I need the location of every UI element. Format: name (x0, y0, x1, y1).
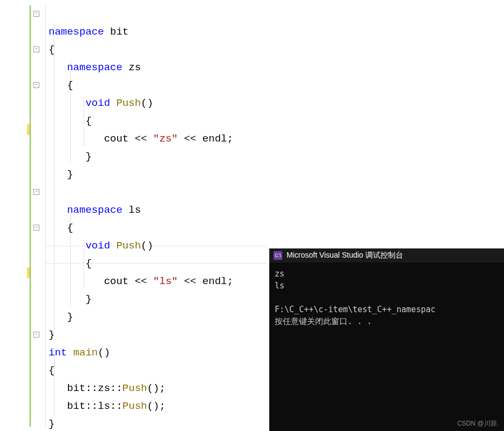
console-title-text: Microsoft Visual Studio 调试控制台 (287, 251, 403, 260)
string-literal: "ls" (153, 275, 178, 287)
console-output: zs ls F:\C_C++\c-item\test_C++_namespac … (269, 262, 504, 333)
keyword: void (85, 240, 110, 252)
vs-icon: C:\ (274, 251, 282, 260)
function-name: Push (116, 97, 141, 109)
brace: } (49, 418, 55, 430)
function-name: main (73, 347, 98, 359)
watermark: CSDN @川辞. (457, 419, 499, 428)
brace: { (85, 115, 91, 127)
identifier: ls (128, 204, 141, 216)
identifier: bit (110, 26, 128, 38)
brace: } (67, 169, 73, 180)
keyword: void (85, 97, 110, 109)
identifier: zs (128, 62, 141, 73)
function-name: Push (116, 240, 141, 252)
keyword: namespace (49, 26, 104, 38)
debug-console-window[interactable]: C:\ Microsoft Visual Studio 调试控制台 zs ls … (269, 248, 504, 431)
brace: } (49, 329, 55, 341)
brace: { (49, 44, 55, 56)
keyword: namespace (67, 204, 122, 216)
console-titlebar[interactable]: C:\ Microsoft Visual Studio 调试控制台 (269, 248, 504, 262)
brace: } (85, 293, 91, 305)
brace: { (49, 365, 55, 376)
brace: { (67, 79, 73, 91)
brace: } (85, 151, 91, 163)
keyword: int (49, 347, 67, 359)
brace: { (85, 258, 91, 270)
brace: { (67, 222, 73, 234)
brace: } (67, 311, 73, 323)
keyword: namespace (67, 62, 122, 73)
string-literal: "zs" (153, 133, 178, 145)
